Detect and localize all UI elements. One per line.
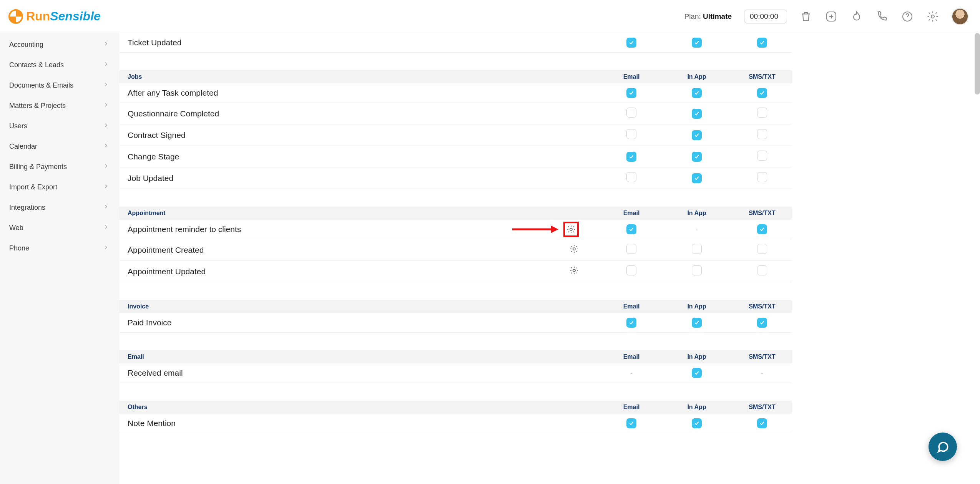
checkbox-on[interactable] [626, 224, 636, 234]
sidebar-nav: Accounting Contacts & Leads Documents & … [0, 33, 119, 484]
checkbox-on[interactable] [626, 152, 636, 162]
sidebar-item-integrations[interactable]: Integrations [0, 197, 119, 218]
chat-bubble-icon [936, 440, 949, 453]
checkbox-on[interactable] [757, 224, 767, 234]
col-email: Email [610, 73, 653, 80]
checkbox-on[interactable] [692, 418, 702, 428]
checkbox-off[interactable] [626, 244, 636, 254]
notification-row: Appointment Updated [119, 261, 792, 282]
gear-icon[interactable] [570, 246, 579, 255]
col-inapp: In App [676, 210, 718, 217]
checkbox-on[interactable] [692, 173, 702, 183]
checkbox-on[interactable] [626, 318, 636, 328]
scrollbar[interactable] [975, 33, 980, 94]
sidebar-item-users[interactable]: Users [0, 116, 119, 136]
sidebar-item-label: Phone [9, 244, 29, 252]
timer-widget[interactable]: 00:00:00 [744, 10, 787, 23]
sidebar-item-import-export[interactable]: Import & Export [0, 177, 119, 197]
plan-indicator: Plan: Ultimate [684, 12, 732, 21]
checkbox-on[interactable] [692, 130, 702, 140]
flame-icon[interactable] [850, 10, 863, 23]
chevron-right-icon [103, 244, 109, 252]
section-header-others: Others Email In App SMS/TXT [119, 401, 792, 414]
col-inapp: In App [676, 404, 718, 411]
checkbox-off[interactable] [626, 265, 636, 275]
checkbox-off[interactable] [757, 129, 767, 139]
checkbox-off[interactable] [692, 265, 702, 275]
checkbox-on[interactable] [692, 318, 702, 328]
chevron-right-icon [103, 204, 109, 212]
phone-icon[interactable] [875, 10, 889, 23]
sidebar-item-accounting[interactable]: Accounting [0, 35, 119, 55]
sidebar-item-label: Calendar [9, 143, 37, 151]
trash-icon[interactable] [799, 10, 812, 23]
checkbox-on[interactable] [626, 418, 636, 428]
checkbox-on[interactable] [692, 109, 702, 119]
sidebar-item-label: Integrations [9, 204, 45, 212]
checkbox-on[interactable] [757, 418, 767, 428]
chevron-right-icon [103, 224, 109, 232]
notification-label: Received email [128, 368, 183, 378]
sidebar-item-calendar[interactable]: Calendar [0, 136, 119, 157]
help-icon[interactable] [901, 10, 914, 23]
checkbox-on[interactable] [692, 88, 702, 98]
checkbox-off[interactable] [757, 151, 767, 161]
checkbox-off[interactable] [757, 265, 767, 275]
sidebar-item-contacts-leads[interactable]: Contacts & Leads [0, 55, 119, 75]
sidebar-item-billing-payments[interactable]: Billing & Payments [0, 157, 119, 177]
logo-swirl-icon [8, 9, 23, 24]
sidebar-item-phone[interactable]: Phone [0, 238, 119, 259]
svg-point-3 [931, 15, 934, 18]
section-header-appointment: Appointment Email In App SMS/TXT [119, 207, 792, 220]
add-icon[interactable] [825, 10, 838, 23]
checkbox-off[interactable] [757, 172, 767, 182]
col-sms: SMS/TXT [741, 210, 783, 217]
section-title: Email [128, 353, 587, 360]
checkbox-off[interactable] [626, 108, 636, 118]
checkbox-on[interactable] [692, 38, 702, 48]
checkbox-off[interactable] [626, 172, 636, 182]
checkbox-on[interactable] [757, 38, 767, 48]
checkbox-disabled: - [696, 226, 698, 234]
col-sms: SMS/TXT [741, 353, 783, 360]
checkbox-on[interactable] [757, 88, 767, 98]
checkbox-on[interactable] [692, 152, 702, 162]
annotation-arrow [512, 225, 558, 234]
checkbox-off[interactable] [757, 108, 767, 118]
notification-row: Ticket Updated [119, 33, 792, 53]
sidebar-item-matters-projects[interactable]: Matters & Projects [0, 96, 119, 116]
notification-row: Job Updated [119, 167, 792, 189]
settings-icon[interactable] [926, 10, 939, 23]
sidebar-item-label: Billing & Payments [9, 163, 67, 171]
main-content: Ticket Updated Jobs Email In App SMS/TXT… [119, 33, 980, 484]
header-right-cluster: Plan: Ultimate 00:00:00 [684, 8, 968, 25]
notification-row: Contract Signed [119, 124, 792, 146]
sidebar-item-documents-emails[interactable]: Documents & Emails [0, 75, 119, 96]
col-inapp: In App [676, 73, 718, 80]
gear-icon[interactable] [570, 268, 579, 277]
gear-icon[interactable] [563, 222, 579, 237]
sidebar-item-web[interactable]: Web [0, 218, 119, 238]
top-header: RunSensible Plan: Ultimate 00:00:00 [0, 0, 980, 33]
checkbox-on[interactable] [626, 38, 636, 48]
col-sms: SMS/TXT [741, 404, 783, 411]
notification-label: Appointment reminder to clients [128, 225, 241, 234]
plan-value: Ultimate [703, 12, 732, 20]
notification-row: Note Mention [119, 414, 792, 433]
checkbox-off[interactable] [626, 129, 636, 139]
chevron-right-icon [103, 81, 109, 90]
checkbox-off[interactable] [692, 244, 702, 254]
col-inapp: In App [676, 303, 718, 310]
chat-fab[interactable] [929, 433, 957, 461]
user-avatar[interactable] [952, 8, 968, 25]
checkbox-on[interactable] [626, 88, 636, 98]
plan-label: Plan: [684, 12, 701, 20]
section-title: Others [128, 404, 587, 411]
checkbox-on[interactable] [692, 368, 702, 378]
checkbox-off[interactable] [757, 244, 767, 254]
notification-label: Change Stage [128, 152, 179, 161]
section-header-jobs: Jobs Email In App SMS/TXT [119, 70, 792, 83]
brand-logo[interactable]: RunSensible [8, 9, 101, 24]
checkbox-on[interactable] [757, 318, 767, 328]
notification-label: Appointment Created [128, 245, 204, 255]
